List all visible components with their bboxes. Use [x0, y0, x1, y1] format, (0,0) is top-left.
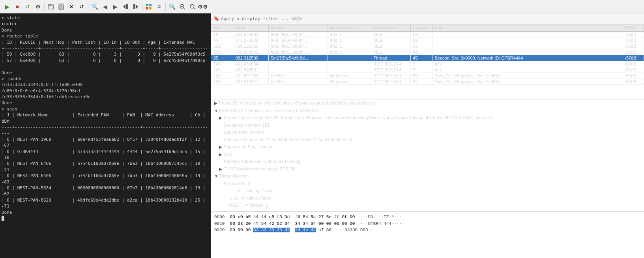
- table-cell: Thread: [371, 55, 410, 61]
- table-cell: -53dB: [622, 73, 644, 79]
- table-row[interactable]: 132400.693542fe80::f8e1:54b8:f...ff02::1…: [211, 49, 644, 55]
- next-packet-button[interactable]: ▶: [110, 2, 120, 11]
- table-cell: 301.863683: [233, 31, 268, 37]
- col-header-proto[interactable]: Protocol ▲: [371, 24, 410, 31]
- zoom-in-button[interactable]: 🔍: [167, 2, 177, 11]
- table-row[interactable]: 145401.456634IEEE 802.15.45Ack-52dB: [211, 61, 644, 67]
- detail-line[interactable]: ▶Frame 85: 45 bytes on wire (360 bits), …: [211, 99, 644, 107]
- table-cell: ff02::1: [328, 43, 371, 49]
- filter-input[interactable]: [221, 16, 642, 21]
- detail-line[interactable]: .... 0... = Native: False: [211, 194, 644, 202]
- col-header-rssi[interactable]: RSSI: [622, 24, 644, 31]
- stop-capture-button[interactable]: ■: [13, 2, 22, 11]
- restart-capture-button[interactable]: ↺: [23, 2, 32, 11]
- table-header-row: No. Time Source Destination Protocol ▲ L…: [211, 24, 644, 31]
- close-file-button[interactable]: ✕: [67, 2, 76, 11]
- table-cell: -55dB: [622, 49, 644, 55]
- packet-table-container[interactable]: No. Time Source Destination Protocol ▲ L…: [211, 24, 644, 99]
- hex-line: 0020 00 00 00 33 33 33 33 44 44 44 44 c7…: [214, 227, 641, 234]
- table-cell: fe80::605f:e603:f...: [268, 37, 328, 43]
- table-cell: Broadcast: [328, 73, 371, 79]
- detail-line[interactable]: ▶GTS: [211, 151, 644, 158]
- table-cell: Data, Dst: Broadcast, Src: 0x369e: [432, 73, 622, 79]
- hex-offset: 0010: [214, 221, 230, 226]
- table-cell: [328, 67, 371, 73]
- table-cell: 45: [410, 55, 432, 61]
- hex-line: 0000 00 c0 b5 44 44 c5 f3 9d f6 54 5a 27…: [214, 214, 641, 221]
- table-cell: 59: [410, 73, 432, 79]
- auto-scroll-button[interactable]: ≡: [154, 2, 164, 11]
- table-row[interactable]: 85382.3125005e:27:5a:54:f6:9d...Thread45…: [211, 55, 644, 61]
- detail-line[interactable]: ▶Frame Control Field: 0xc000, Frame Type…: [211, 114, 644, 122]
- zoom-reset-button[interactable]: [188, 2, 197, 11]
- table-cell: 132: [211, 49, 233, 55]
- table-cell: 382.312500: [233, 55, 268, 61]
- expand-arrow-icon: ▶: [219, 166, 224, 172]
- wireshark-panel: 🔖 No. Time Source Destination Protocol ▲…: [211, 13, 644, 258]
- table-cell: 401.456634: [233, 61, 268, 67]
- table-cell: 0x369e: [268, 79, 328, 85]
- table-cell: IEEE 802.15.4: [371, 79, 410, 85]
- col-header-len[interactable]: Length: [410, 24, 432, 31]
- table-cell: fe80::f8e1:54b8:f...: [268, 49, 328, 55]
- svg-rect-8: [146, 4, 148, 6]
- reload-button[interactable]: ↺: [77, 2, 86, 11]
- prev-packet-button[interactable]: ◀: [100, 2, 110, 11]
- zoom-out-button[interactable]: [178, 2, 187, 11]
- detail-line[interactable]: Sequence Number: 181: [211, 122, 644, 129]
- svg-rect-5: [126, 4, 128, 9]
- terminal-panel[interactable]: > state router Done > router table | ID …: [0, 13, 211, 258]
- detail-line[interactable]: 0010 .... = Version: 2: [211, 202, 644, 209]
- table-row[interactable]: 146401.545501IEEE 802.15.45Ack-52dB: [211, 67, 644, 73]
- table-cell: 147: [211, 73, 233, 79]
- expand-arrow-icon: ▶: [219, 144, 224, 150]
- detail-line[interactable]: Extended Source: 5e:27:5a:54:f6:9d:f3:c5…: [211, 136, 644, 144]
- packet-detail[interactable]: ▶Frame 85: 45 bytes on wire (360 bits), …: [211, 99, 644, 212]
- hex-bytes: 00 03 20 4f 54 42 52 34 34 34 34 00 00 0…: [230, 221, 355, 226]
- open-file-button[interactable]: [46, 2, 56, 11]
- find-packet-button[interactable]: 🔍: [90, 2, 99, 11]
- colorize-button[interactable]: [144, 2, 154, 11]
- col-header-source[interactable]: Source: [268, 24, 328, 31]
- col-header-time[interactable]: Time: [233, 24, 268, 31]
- table-row[interactable]: 131400.125366fe80::f8e1:54b8:f...ff02::1…: [211, 43, 644, 49]
- table-row[interactable]: 16301.863683fe80::f8e1:54b8:f...ff02::1M…: [211, 31, 644, 37]
- table-cell: fe80::f8e1:54b8:f...: [268, 43, 328, 49]
- table-cell: 400.693542: [233, 49, 268, 55]
- table-cell: [432, 49, 622, 55]
- detail-line[interactable]: ▶TI CC24xx-format metadata: FCS OK: [211, 165, 644, 173]
- detail-line[interactable]: ▶Superframe Specification:: [211, 143, 644, 151]
- detail-line[interactable]: Network Name: OTBR4444: [211, 209, 644, 212]
- go-first-button[interactable]: [121, 2, 130, 11]
- svg-rect-11: [149, 7, 152, 9]
- toolbar: ▶ ■ ↺ ⚙ ✕ ↺ 🔍 ◀ ▶ ≡ 🔍: [0, 0, 644, 13]
- start-capture-button[interactable]: ▶: [2, 2, 12, 11]
- detail-line[interactable]: Protocol ID: 3: [211, 180, 644, 187]
- table-cell: [268, 67, 328, 73]
- detail-line[interactable]: Source PAN: 0x4444: [211, 129, 644, 136]
- table-cell: 402.919311: [233, 79, 268, 85]
- table-row[interactable]: 148402.9193110x369eBroadcastIEEE 802.15.…: [211, 79, 644, 85]
- detail-line[interactable]: Pending Addresses: 0 Short and 0 Long: [211, 158, 644, 165]
- detail-line[interactable]: ▼IEEE 802.15.4 Beacon, Src: 5e:27:5a:54:…: [211, 107, 644, 114]
- capture-options-button[interactable]: ⚙: [33, 2, 43, 11]
- settings-button[interactable]: ⚙⚙: [198, 2, 208, 11]
- table-cell: 5: [410, 67, 432, 73]
- table-cell: Ack: [432, 67, 622, 73]
- table-row[interactable]: 44371.273620fe80::605f:e603:f...ff02::1M…: [211, 37, 644, 43]
- col-header-no[interactable]: No.: [211, 24, 233, 31]
- svg-line-14: [183, 8, 185, 9]
- save-file-button[interactable]: [56, 2, 66, 11]
- table-row[interactable]: 147402.5917660x369eBroadcastIEEE 802.15.…: [211, 73, 644, 79]
- detail-line[interactable]: .... ...0 = Joining: False: [211, 187, 644, 194]
- table-cell: 131: [211, 43, 233, 49]
- table-cell: 146: [211, 67, 233, 73]
- table-cell: 16: [211, 31, 233, 37]
- col-header-dest[interactable]: Destination: [328, 24, 371, 31]
- table-cell: -51dB: [622, 37, 644, 43]
- detail-line[interactable]: ▼Thread Beacon: [211, 172, 644, 180]
- table-cell: IEEE 802.15.4: [371, 61, 410, 67]
- go-last-button[interactable]: [131, 2, 140, 11]
- svg-rect-7: [133, 4, 135, 9]
- col-header-info[interactable]: Info: [432, 24, 622, 31]
